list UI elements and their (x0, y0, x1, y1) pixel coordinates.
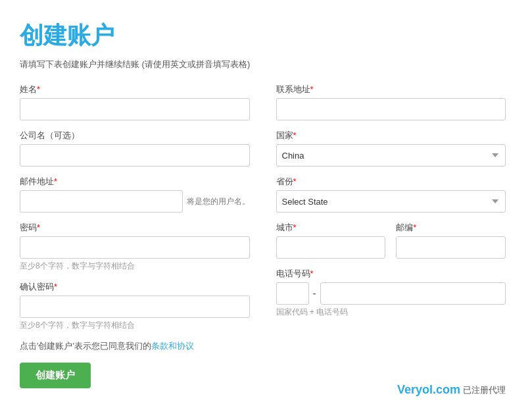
brand-name: Veryol.com (397, 383, 460, 397)
email-label: 邮件地址* (20, 176, 250, 188)
phone-required-star: * (310, 269, 314, 278)
password-hint: 至少8个字符，数字与字符相结合 (20, 261, 250, 272)
phone-group: 电话号码* 86 - 国家代码 + 电话号码 (276, 268, 506, 318)
address-input[interactable] (276, 98, 506, 120)
zip-group: 邮编* (396, 222, 506, 259)
form-layout: 姓名* 公司名（可选） 邮件地址* 将是您的用户名。 密码* (20, 84, 506, 388)
bottom-bar: Veryol.com 已注册代理 (397, 383, 506, 397)
page-container: 创建账户 请填写下表创建账户并继续结账 (请使用英文或拼音填写表格) 姓名* 公… (0, 0, 532, 410)
email-group: 邮件地址* 将是您的用户名。 (20, 176, 250, 213)
phone-hint: 国家代码 + 电话号码 (276, 307, 506, 318)
zip-input[interactable] (396, 236, 506, 259)
phone-code-input[interactable]: 86 (276, 282, 309, 305)
phone-dash: - (313, 288, 316, 299)
subtitle: 请填写下表创建账户并继续结账 (请使用英文或拼音填写表格) (20, 59, 506, 70)
zip-required-star: * (413, 222, 416, 232)
confirm-hint: 至少8个字符，数字与字符相结合 (20, 320, 250, 331)
confirm-group: 确认密码* 至少8个字符，数字与字符相结合 (20, 281, 250, 331)
name-group: 姓名* (20, 84, 250, 120)
email-hint: 将是您的用户名。 (187, 196, 250, 207)
terms-text: 点击'创建账户'表示您已同意我们的条款和协议 (20, 340, 250, 352)
name-required-star: * (37, 84, 40, 94)
company-input[interactable] (20, 144, 250, 167)
password-required-star: * (37, 222, 40, 232)
state-required-star: * (293, 176, 297, 186)
email-input[interactable] (20, 190, 183, 213)
company-label: 公司名（可选） (20, 130, 250, 141)
password-group: 密码* 至少8个字符，数字与字符相结合 (20, 222, 250, 272)
phone-number-input[interactable] (320, 282, 506, 305)
confirm-label: 确认密码* (20, 281, 250, 293)
terms-link[interactable]: 条款和协议 (151, 341, 194, 351)
state-label: 省份* (276, 176, 506, 188)
address-label: 联系地址* (276, 84, 506, 95)
confirm-input[interactable] (20, 295, 250, 318)
state-select[interactable]: Select State (276, 190, 506, 213)
submit-button[interactable]: 创建账户 (20, 363, 91, 388)
page-title: 创建账户 (20, 20, 506, 52)
form-col-right: 联系地址* 国家* China United States Japan Othe… (276, 84, 506, 388)
country-required-star: * (293, 130, 297, 140)
company-group: 公司名（可选） (20, 130, 250, 167)
city-zip-row: 城市* 邮编* (276, 222, 506, 268)
city-label: 城市* (276, 222, 386, 234)
country-label: 国家* (276, 130, 506, 141)
country-group: 国家* China United States Japan Other (276, 130, 506, 167)
city-group: 城市* (276, 222, 386, 259)
password-label: 密码* (20, 222, 250, 234)
phone-label: 电话号码* (276, 268, 506, 280)
name-label: 姓名* (20, 84, 250, 95)
phone-row: 86 - (276, 282, 506, 305)
brand-suffix: 已注册代理 (463, 384, 506, 396)
address-group: 联系地址* (276, 84, 506, 120)
email-required-star: * (54, 176, 57, 186)
country-select[interactable]: China United States Japan Other (276, 144, 506, 167)
password-input[interactable] (20, 236, 250, 259)
address-required-star: * (310, 84, 314, 94)
confirm-required-star: * (54, 282, 57, 292)
state-group: 省份* Select State (276, 176, 506, 213)
form-col-left: 姓名* 公司名（可选） 邮件地址* 将是您的用户名。 密码* (20, 84, 250, 388)
name-input[interactable] (20, 98, 250, 120)
city-required-star: * (293, 222, 297, 232)
zip-label: 邮编* (396, 222, 506, 234)
email-row: 将是您的用户名。 (20, 190, 250, 213)
city-input[interactable] (276, 236, 386, 259)
